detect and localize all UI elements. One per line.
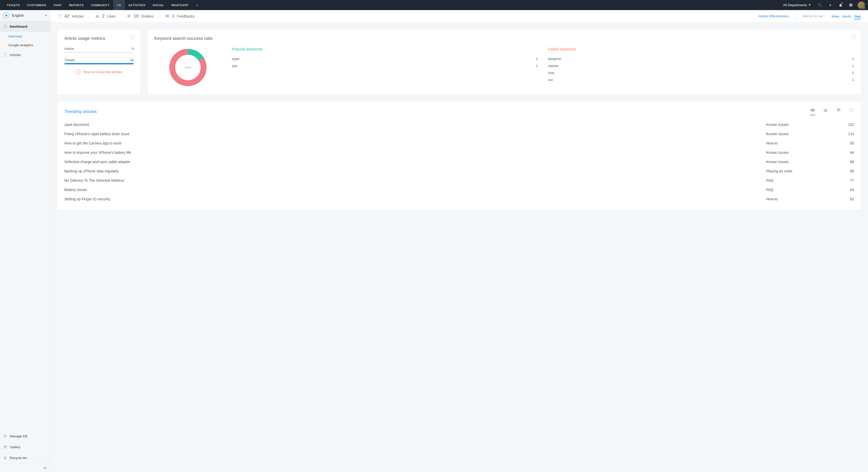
article-title: zpad document <box>64 123 766 127</box>
filter-likes[interactable] <box>823 108 828 115</box>
metrics-range: Metrics for last : WeekMonthYear <box>795 10 861 22</box>
metric-dislikes-label: Dislikes <box>141 14 154 18</box>
trending-row[interactable]: zpad documentKnown Issues152 <box>64 120 854 129</box>
article-views: 94 <box>833 151 854 155</box>
metric-dislikes: 10 Dislikes <box>121 10 159 22</box>
sidebar-item-recycle-bin[interactable]: Recycle bin <box>0 452 50 463</box>
article-title: How to improve your zPhone's battery lif… <box>64 151 766 155</box>
article-category: How-to <box>766 197 833 201</box>
search-button[interactable] <box>815 0 825 10</box>
notifications-button[interactable] <box>835 0 846 10</box>
trending-row[interactable]: Backing up zPhone data regularlyPlacing … <box>64 166 854 176</box>
keyword-title: Keyword search success ratio <box>154 36 854 41</box>
department-label: All Departments <box>783 3 807 7</box>
article-title: Backing up zPhone data regularly <box>64 169 766 173</box>
metric-articles: 42 Articles <box>58 10 89 22</box>
chevron-down-icon <box>45 15 47 16</box>
sidebar-item-gallery[interactable]: Gallery <box>0 441 50 452</box>
topnav-tab-customers[interactable]: CUSTOMERS <box>24 0 50 10</box>
keyword-row: blueprint1 <box>548 55 854 62</box>
keyword-row: reports1 <box>548 62 854 69</box>
topnav-tab-whatsapp[interactable]: WHATSAPP <box>168 0 192 10</box>
range-week[interactable]: Week <box>832 15 839 18</box>
topnav-tab-chat[interactable]: CHAT <box>50 0 65 10</box>
range-month[interactable]: Month <box>842 15 851 18</box>
svg-rect-3 <box>5 25 7 26</box>
settings-button[interactable] <box>846 0 856 10</box>
article-views: 62 <box>833 197 854 201</box>
article-views: 95 <box>833 141 854 145</box>
department-dropdown[interactable]: All Departments <box>779 3 815 7</box>
trending-row[interactable]: Fixing zPhone's rapid battery drain issu… <box>64 129 854 138</box>
gear-icon <box>3 434 7 438</box>
sidebar-sub-overview[interactable]: Overview <box>0 32 50 40</box>
eye-icon <box>810 108 815 113</box>
metric-likes-label: Likes <box>107 14 116 18</box>
article-views: 77 <box>833 178 854 183</box>
sidebar-item-dashboard[interactable]: Dashboard <box>0 21 50 32</box>
sidebar-collapse-button[interactable] <box>0 463 50 472</box>
alert-icon: ! <box>76 69 81 74</box>
topnav-tab-kb[interactable]: KB <box>113 0 125 10</box>
trending-row[interactable]: Battery issuesFAQ64 <box>64 185 854 194</box>
filter-feedback[interactable] <box>849 108 854 115</box>
usage-bar <box>64 63 134 64</box>
feedback-icon <box>165 14 169 18</box>
article-category: Known Issues <box>766 151 833 155</box>
article-category: Known Issues <box>766 160 833 164</box>
article-effectiveness-link[interactable]: Article Effectiveness <box>758 14 788 18</box>
sidebar-articles-label: Articles <box>10 53 21 57</box>
usage-bar <box>64 52 134 53</box>
topnav-tab-social[interactable]: SOCIAL <box>149 0 168 10</box>
presence-indicator <box>863 7 865 9</box>
keyword-row: zpad1 <box>232 55 538 62</box>
trending-row[interactable]: Setting up Finger ID securityHow-to62 <box>64 194 854 204</box>
article-views: 89 <box>833 160 854 164</box>
document-icon <box>3 53 7 57</box>
svg-rect-1 <box>196 5 197 6</box>
metrics-range-label: Metrics for last : <box>803 14 825 18</box>
revisit-notice: ! Time to re-visit the articles <box>64 69 134 74</box>
metric-articles-label: Articles <box>72 14 84 18</box>
trending-row[interactable]: How to improve your zPhone's battery lif… <box>64 148 854 157</box>
failed-keywords: Failed keywords blueprint1reports1how1sv… <box>548 47 854 88</box>
topnav-tab-activities[interactable]: ACTIVITIES <box>125 0 149 10</box>
article-title: Battery issues <box>64 188 766 192</box>
topnav-more-button[interactable] <box>192 3 203 7</box>
sidebar-sub-google-analytics[interactable]: Google analytics <box>0 40 50 50</box>
popular-title: Popular keywords <box>232 47 538 51</box>
add-button[interactable] <box>825 0 835 10</box>
document-icon <box>849 108 854 113</box>
gear-icon <box>849 3 853 7</box>
metrics-bar: 42 Articles 2 Likes 10 Dislikes 2 Feedba… <box>51 10 868 23</box>
filter-dislikes[interactable] <box>836 108 841 115</box>
article-views: 64 <box>833 188 854 192</box>
help-icon[interactable]: ? <box>130 35 135 39</box>
failed-title: Failed keywords <box>548 47 854 51</box>
main-content: 42 Articles 2 Likes 10 Dislikes 2 Feedba… <box>51 10 868 472</box>
trending-row[interactable]: No Delivery To The Selected AddressFAQ77 <box>64 176 854 185</box>
metric-feedbacks-count: 2 <box>172 14 174 19</box>
thumbs-down-icon <box>836 108 841 113</box>
dashboard-icon <box>3 24 7 28</box>
card-article-usage: ? Article usage metrics Article0Tickets1… <box>58 30 141 94</box>
user-avatar[interactable] <box>858 2 865 9</box>
range-year[interactable]: Year <box>854 15 861 20</box>
topnav-tab-reports[interactable]: REPORTS <box>65 0 87 10</box>
sidebar-item-articles[interactable]: Articles <box>0 50 50 60</box>
help-icon[interactable]: ? <box>851 35 856 39</box>
trending-row[interactable]: How to get the Camera app to workHow-to9… <box>64 138 854 148</box>
trending-row[interactable]: Defective charge-and-sync cable adapterK… <box>64 157 854 166</box>
language-selector[interactable]: ✱ English <box>0 10 50 21</box>
article-views: 114 <box>833 132 854 136</box>
topnav-tab-tickets[interactable]: TICKETS <box>3 0 24 10</box>
image-icon <box>3 445 7 449</box>
filter-views[interactable] <box>810 108 815 115</box>
sidebar-item-manage-kb[interactable]: Manage KB <box>0 431 50 441</box>
article-category: Known Issues <box>766 123 833 127</box>
article-category: Known Issues <box>766 132 833 136</box>
topnav-tabs: TICKETSCUSTOMERSCHATREPORTSCOMMUNITYKBAC… <box>3 0 192 10</box>
popular-keywords: Popular keywords zpad1zpa1 <box>232 47 538 88</box>
donut-label: 16% <box>167 47 209 88</box>
topnav-tab-community[interactable]: COMMUNITY <box>87 0 113 10</box>
